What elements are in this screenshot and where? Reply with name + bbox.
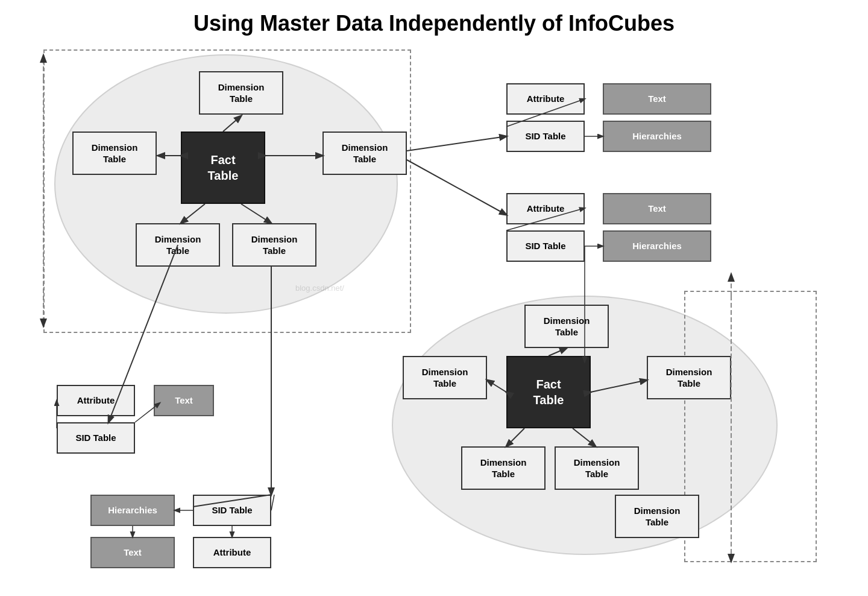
sid-table-4: SID Table	[193, 495, 271, 526]
svg-line-5	[407, 136, 506, 151]
dim-table-br-bottom-right: DimensionTable	[555, 446, 639, 490]
page-title: Using Master Data Independently of InfoC…	[0, 0, 868, 42]
dim-table-top-center: DimensionTable	[199, 71, 283, 115]
sid-table-3: SID Table	[57, 422, 135, 454]
fact-table-1: FactTable	[181, 132, 265, 204]
attribute-1: Attribute	[506, 83, 585, 115]
attribute-4: Attribute	[193, 537, 271, 568]
attribute-3: Attribute	[57, 385, 135, 416]
text-3: Text	[154, 385, 214, 416]
sid-table-1: SID Table	[506, 121, 585, 152]
fact-table-2: FactTable	[506, 356, 591, 428]
text-1: Text	[603, 83, 711, 115]
dim-table-left: DimensionTable	[72, 132, 157, 175]
hierarchies-2: Hierarchies	[603, 230, 711, 262]
svg-line-6	[407, 160, 506, 215]
bottom-dashed-rect-right	[684, 291, 817, 562]
svg-line-22	[271, 495, 274, 510]
dim-table-right: DimensionTable	[322, 132, 407, 175]
dim-table-br-top: DimensionTable	[524, 305, 609, 348]
attribute-2: Attribute	[506, 193, 585, 224]
text-4: Text	[90, 537, 175, 568]
dim-table-br-left: DimensionTable	[403, 356, 487, 399]
sid-table-2: SID Table	[506, 230, 585, 262]
hierarchies-1: Hierarchies	[603, 121, 711, 152]
dim-table-far-right: DimensionTable	[615, 495, 699, 538]
dim-table-bottom-right: DimensionTable	[232, 223, 316, 267]
dim-table-bottom-left: DimensionTable	[136, 223, 220, 267]
dim-table-br-bottom-left: DimensionTable	[461, 446, 546, 490]
text-2: Text	[603, 193, 711, 224]
dim-table-br-right: DimensionTable	[647, 356, 731, 399]
hierarchies-3: Hierarchies	[90, 495, 175, 526]
